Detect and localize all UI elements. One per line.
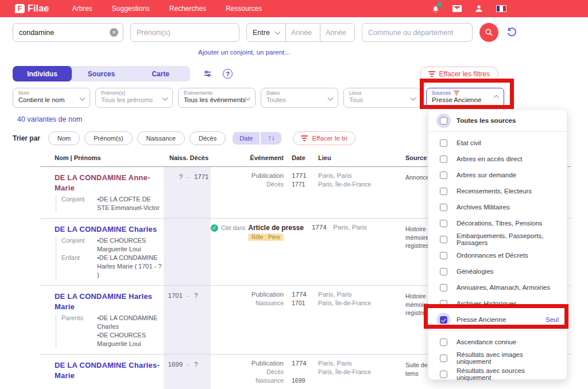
sources-filter-select[interactable]: Sources Presse Ancienne bbox=[426, 88, 504, 108]
person-name-link[interactable]: DE LA CONDAMINE Charles bbox=[55, 225, 157, 234]
unchecked-checkbox-icon[interactable] bbox=[440, 172, 447, 179]
panel-item-label: Recensements, Electeurs bbox=[457, 188, 532, 194]
surname-input[interactable] bbox=[13, 23, 123, 42]
panel-item-label: Embarquements, Passeports, Passagers bbox=[457, 232, 559, 246]
sort-option-pre-nom-s[interactable]: Prénom(s) bbox=[84, 131, 132, 145]
add-relative-link[interactable]: Ajouter un conjoint, un parent... bbox=[198, 49, 290, 56]
nav-item-suggestions[interactable]: Suggestions bbox=[112, 5, 150, 13]
help-icon[interactable]: ? bbox=[223, 69, 233, 79]
place-input[interactable] bbox=[362, 23, 473, 42]
nav-item-arbres[interactable]: Arbres bbox=[72, 5, 92, 13]
panel-item-re-sultats-avec-images-uniquement[interactable]: Résultats avec images uniquement bbox=[428, 350, 567, 366]
unchecked-checkbox-icon[interactable] bbox=[440, 188, 447, 195]
unchecked-checkbox-icon[interactable] bbox=[440, 268, 447, 275]
checked-checkbox-icon[interactable] bbox=[440, 316, 447, 324]
messages-mail-icon[interactable] bbox=[452, 4, 462, 13]
unchecked-checkbox-icon[interactable] bbox=[440, 371, 447, 378]
unchecked-checkbox-icon[interactable] bbox=[440, 236, 447, 243]
person-name-link[interactable]: DE LA CONDAMINE Anne-Marie bbox=[55, 173, 150, 192]
deces-value: ? bbox=[194, 292, 210, 299]
panel-item-etat-civil[interactable]: Etat civil bbox=[428, 135, 567, 151]
filter-icon bbox=[428, 71, 435, 77]
nav-item-recherches[interactable]: Recherches bbox=[169, 5, 206, 13]
year-range-select[interactable]: Entre bbox=[247, 29, 285, 37]
event-type: Publication bbox=[211, 360, 292, 367]
check-circle-icon: ✓ bbox=[211, 224, 218, 232]
filter-select-dates[interactable]: DatesToutes bbox=[261, 88, 338, 108]
panel-item-annuaires-almanach-armoiries[interactable]: Annuaires, Almanach, Armoiries bbox=[428, 279, 567, 295]
nav-item-ressources[interactable]: Ressources bbox=[226, 5, 262, 13]
relation-group: Conjoint•DE LA COFTE DE STE Emmanuel-Vic… bbox=[61, 195, 164, 212]
unchecked-checkbox-icon[interactable] bbox=[440, 252, 447, 259]
unchecked-checkbox-icon[interactable] bbox=[440, 339, 447, 346]
language-flag-france[interactable] bbox=[496, 5, 506, 12]
relation-person: •DE CHOURCES Marguerite Loui bbox=[97, 236, 164, 254]
unchecked-checkbox-icon[interactable] bbox=[440, 300, 447, 308]
relation-persons: •DE LA COFTE DE STE Emmanuel-Victor bbox=[97, 195, 164, 212]
panel-item-arbres-en-acce-s-direct[interactable]: Arbres en accès direct bbox=[428, 151, 567, 167]
person-name-link[interactable]: DE LA CONDAMINE Harles Marie bbox=[55, 292, 152, 311]
checkbox-slot bbox=[436, 152, 451, 166]
panel-item-archives-historiques[interactable]: Archives Historiques bbox=[428, 295, 567, 312]
tab-carte[interactable]: Carte bbox=[131, 66, 190, 81]
unchecked-checkbox-icon[interactable] bbox=[440, 155, 447, 163]
tab-individus[interactable]: Individus bbox=[13, 66, 72, 81]
sources-filter-value: Presse Ancienne bbox=[432, 96, 494, 103]
seul-only-link[interactable]: Seul bbox=[546, 316, 559, 323]
panel-item-toutes-les-sources[interactable]: Toutes les sources bbox=[428, 112, 567, 129]
filter-select-nom[interactable]: NomContient le nom bbox=[13, 88, 90, 108]
tab-sources[interactable]: Sources bbox=[72, 66, 131, 81]
panel-item-archives-militaires[interactable]: Archives Militaires bbox=[428, 199, 567, 215]
unchecked-checkbox-icon[interactable] bbox=[440, 220, 447, 227]
tabs-row: IndividusSourcesCarte ? Effacer les filt… bbox=[0, 66, 588, 81]
sort-direction-icon[interactable]: ↑↓ bbox=[261, 132, 281, 145]
panel-item-de-corations-titres-pensions[interactable]: Décorations, Titres, Pensions bbox=[428, 215, 567, 231]
sort-option-naissance[interactable]: Naissance bbox=[137, 131, 185, 145]
person-name-link[interactable]: DE LA CONDAMINE Charles-Marie bbox=[55, 361, 160, 380]
event-date: 1699 bbox=[292, 377, 318, 384]
search-button[interactable] bbox=[479, 23, 498, 42]
filter-select-e-ve-nements[interactable]: ÉvénementsTous les événements bbox=[178, 88, 256, 108]
tune-sliders-icon[interactable] bbox=[203, 69, 212, 79]
panel-item-ascendance-connue[interactable]: Ascendance connue bbox=[428, 334, 567, 350]
event-line: Publication1774Paris, Paris bbox=[211, 291, 399, 299]
reset-search-icon[interactable] bbox=[505, 26, 518, 39]
panel-item-ge-ne-alogies[interactable]: Généalogies bbox=[428, 263, 567, 279]
panel-item-arbres-sur-demande[interactable]: Arbres sur demande bbox=[428, 167, 567, 183]
relation-persons: •DE LA CONDAMINE Charles•DE CHOURCES Mar… bbox=[97, 314, 164, 348]
unchecked-checkbox-icon[interactable] bbox=[440, 355, 447, 362]
clear-sort-button[interactable]: Effacer le tri bbox=[293, 131, 355, 145]
panel-item-label: Toutes les sources bbox=[457, 117, 516, 124]
filae-logo[interactable]: F Filae bbox=[15, 3, 49, 14]
name-variants-link[interactable]: 40 variantes de nom bbox=[17, 115, 82, 123]
unchecked-checkbox-icon[interactable] bbox=[440, 284, 447, 291]
filter-select-pre-nom-s[interactable]: Prénom(s)Tous les prénoms bbox=[95, 88, 173, 108]
filter-select-lieux[interactable]: LieuxTous bbox=[343, 88, 421, 108]
sort-option-date-active[interactable]: Date bbox=[233, 132, 260, 145]
checkbox-halo bbox=[436, 313, 451, 327]
sort-option-de-ce-s[interactable]: Décès bbox=[189, 131, 226, 145]
checkbox-slot bbox=[436, 200, 451, 215]
panel-item-recensements-electeurs[interactable]: Recensements, Electeurs bbox=[428, 183, 567, 199]
clear-sort-label: Effacer le tri bbox=[312, 135, 347, 142]
filter-value: Tous bbox=[349, 96, 411, 103]
row-relations: Conjoint•DE CHOURCES Marguerite LouiEnfa… bbox=[56, 236, 164, 279]
clear-filters-button[interactable]: Effacer les filtres bbox=[420, 67, 498, 81]
row-name-cell: DE LA CONDAMINE Anne-MarieConjoint•DE LA… bbox=[40, 172, 164, 212]
panel-item-re-sultats-avec-sources-uniquement[interactable]: Résultats avec sources uniquement bbox=[428, 366, 567, 382]
notifications-bell-icon[interactable] bbox=[431, 4, 440, 13]
panel-item-label: Presse Ancienne bbox=[457, 316, 506, 323]
firstname-input[interactable] bbox=[130, 23, 239, 42]
year-from-input[interactable] bbox=[285, 24, 320, 41]
sort-option-nom[interactable]: Nom bbox=[48, 131, 80, 145]
panel-item-embarquements-passeports-passagers[interactable]: Embarquements, Passeports, Passagers bbox=[428, 231, 567, 247]
panel-item-ordonnances-et-de-crets[interactable]: Ordonnances et Décrets bbox=[428, 247, 567, 263]
naiss-value: ? bbox=[168, 173, 183, 180]
panel-item-presse-ancienne[interactable]: Presse AncienneSeul bbox=[428, 312, 567, 328]
year-to-input[interactable] bbox=[320, 24, 354, 41]
clear-surname-icon[interactable]: × bbox=[110, 28, 118, 37]
unchecked-checkbox-icon[interactable] bbox=[440, 117, 447, 125]
unchecked-checkbox-icon[interactable] bbox=[440, 204, 447, 211]
account-person-icon[interactable] bbox=[474, 4, 483, 13]
unchecked-checkbox-icon[interactable] bbox=[440, 139, 447, 147]
